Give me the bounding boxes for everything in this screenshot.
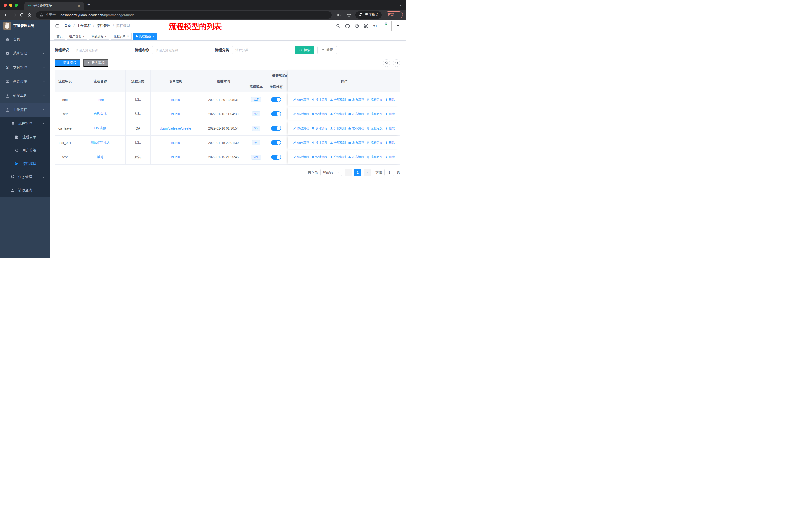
tag-close-icon[interactable]: × (152, 35, 154, 38)
sidebar-item-process-mgmt[interactable]: 流程管理 (0, 117, 50, 130)
action-publish-process[interactable]: 发布流程 (348, 141, 364, 145)
new-tab-button[interactable]: + (87, 1, 90, 7)
active-toggle[interactable] (271, 111, 281, 116)
filter-id-input[interactable] (72, 46, 127, 54)
tag-process-model[interactable]: 流程模型× (133, 33, 157, 39)
action-process-definition[interactable]: 流程定义 (367, 126, 383, 131)
forward-button[interactable] (11, 11, 18, 19)
action-assign-rule[interactable]: 分配规则 (330, 155, 346, 159)
bookmark-star-icon[interactable] (346, 11, 352, 19)
tab-close-icon[interactable]: ✕ (77, 4, 81, 8)
breadcrumb-process-mgmt[interactable]: 流程管理 (96, 24, 111, 28)
sidebar-item-system[interactable]: 系统管理 (0, 46, 50, 60)
model-name-link[interactable]: 滔博 (97, 155, 104, 160)
sidebar-item-devtools[interactable]: 研发工具 (0, 89, 50, 103)
action-process-definition[interactable]: 流程定义 (367, 112, 383, 116)
action-edit-process[interactable]: 修改流程 (293, 112, 309, 116)
filter-category-select[interactable]: 流程分类 (232, 46, 290, 54)
model-name-link[interactable]: 测试多审批人 (90, 140, 110, 145)
action-design-process[interactable]: 设计流程 (312, 141, 327, 145)
filter-name-input[interactable] (152, 46, 207, 54)
action-delete[interactable]: 删除 (385, 98, 395, 102)
tag-close-icon[interactable]: × (83, 35, 85, 38)
browser-update-button[interactable]: 更新 ⋮ (385, 11, 403, 19)
active-toggle[interactable] (271, 155, 281, 160)
model-name-link[interactable]: OA 请假 (94, 126, 106, 131)
sidebar-item-workflow[interactable]: 工作流程 (0, 103, 50, 117)
back-button[interactable] (3, 11, 10, 19)
search-icon[interactable] (336, 24, 340, 28)
table-refresh-icon[interactable] (393, 59, 400, 67)
action-delete[interactable]: 删除 (385, 112, 395, 116)
form-link[interactable]: biubiu (171, 112, 180, 116)
action-publish-process[interactable]: 发布流程 (348, 98, 364, 102)
create-process-button[interactable]: 新建流程 (55, 59, 80, 67)
avatar-caret-down-icon[interactable] (397, 25, 400, 28)
action-design-process[interactable]: 设计流程 (312, 126, 327, 131)
home-button[interactable] (26, 11, 33, 19)
browser-tab[interactable]: 芋道管理系统 ✕ (24, 2, 84, 10)
action-design-process[interactable]: 设计流程 (312, 112, 327, 116)
search-button[interactable]: 搜索 (295, 46, 314, 54)
tag-tenant[interactable]: 租户管理× (67, 33, 87, 39)
window-zoom-button[interactable] (14, 3, 18, 7)
sidebar-item-home[interactable]: 首页 (0, 32, 50, 46)
action-process-definition[interactable]: 流程定义 (367, 155, 383, 159)
action-assign-rule[interactable]: 分配规则 (330, 98, 346, 102)
action-design-process[interactable]: 设计流程 (312, 155, 327, 159)
model-name-link[interactable]: eeee (97, 98, 104, 102)
action-assign-rule[interactable]: 分配规则 (330, 112, 346, 116)
window-close-button[interactable] (3, 3, 7, 7)
fullscreen-icon[interactable] (364, 24, 369, 28)
sidebar-item-task-mgmt[interactable]: 任务管理 (0, 170, 50, 184)
form-link[interactable]: /bpm/oa/leave/create (160, 127, 191, 130)
sidebar-item-process-form[interactable]: 流程表单 (0, 130, 50, 144)
security-warning-icon[interactable] (39, 13, 43, 17)
prev-page-button[interactable]: ‹ (345, 169, 352, 176)
action-process-definition[interactable]: 流程定义 (367, 141, 383, 145)
active-toggle[interactable] (271, 97, 281, 102)
form-link[interactable]: biubiu (171, 98, 180, 102)
action-edit-process[interactable]: 修改流程 (293, 98, 309, 102)
sidebar-item-leave-query[interactable]: 请假查询 (0, 184, 50, 197)
form-link[interactable]: biubiu (171, 155, 180, 159)
action-publish-process[interactable]: 发布流程 (348, 155, 364, 159)
breadcrumb-workflow[interactable]: 工作流程 (77, 24, 91, 28)
reload-button[interactable] (19, 11, 25, 18)
action-process-definition[interactable]: 流程定义 (367, 98, 383, 102)
action-publish-process[interactable]: 发布流程 (348, 112, 364, 116)
form-link[interactable]: biubiu (171, 141, 180, 145)
breadcrumb-home[interactable]: 首页 (64, 24, 71, 28)
next-page-button[interactable]: › (364, 169, 371, 176)
goto-page-input[interactable] (384, 169, 395, 176)
text-size-icon[interactable]: TT (373, 24, 377, 28)
sidebar-item-payment[interactable]: ¥ 支付管理 (0, 60, 50, 75)
tag-process-form[interactable]: 流程表单× (111, 33, 132, 39)
active-toggle[interactable] (271, 126, 281, 131)
action-delete[interactable]: 删除 (385, 126, 395, 131)
tab-search-chevron-icon[interactable] (399, 3, 403, 7)
url-text[interactable]: dashboard.yudao.iocoder.cn/bpm/manager/m… (61, 13, 136, 17)
table-search-icon[interactable] (383, 59, 390, 67)
import-process-button[interactable]: 导入流程 (83, 59, 109, 67)
active-toggle[interactable] (271, 140, 281, 145)
tag-my-process[interactable]: 我的流程× (89, 33, 110, 39)
action-edit-process[interactable]: 修改流程 (293, 155, 309, 159)
action-edit-process[interactable]: 修改流程 (293, 141, 309, 145)
window-minimize-button[interactable] (9, 3, 12, 7)
sidebar-collapse-icon[interactable] (54, 23, 59, 28)
address-bar[interactable]: 不安全 dashboard.yudao.iocoder.cn/bpm/manag… (36, 11, 332, 19)
model-name-link[interactable]: 自己审批 (94, 112, 107, 116)
reset-button[interactable]: 重置 (317, 46, 337, 54)
action-delete[interactable]: 删除 (385, 155, 395, 159)
avatar[interactable] (383, 21, 392, 31)
tag-home[interactable]: 首页 (54, 33, 65, 39)
sidebar-item-infra[interactable]: 基础设施 (0, 75, 50, 89)
action-edit-process[interactable]: 修改流程 (293, 126, 309, 131)
security-label[interactable]: 不安全 (46, 12, 56, 17)
action-assign-rule[interactable]: 分配规则 (330, 126, 346, 131)
action-delete[interactable]: 删除 (385, 141, 395, 145)
action-design-process[interactable]: 设计流程 (312, 98, 327, 102)
github-icon[interactable] (345, 24, 350, 28)
sidebar-logo[interactable]: 芋道管理系统 (0, 20, 50, 32)
